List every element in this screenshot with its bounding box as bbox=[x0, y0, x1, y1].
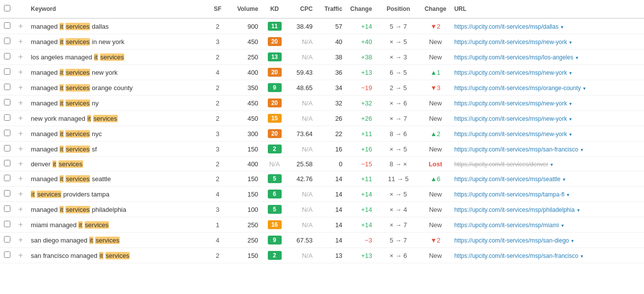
traffic-cell: 0 bbox=[317, 157, 347, 171]
add-keyword-button[interactable]: + bbox=[18, 98, 23, 107]
add-keyword-button[interactable]: + bbox=[18, 37, 23, 46]
url-dropdown-icon[interactable]: ▾ bbox=[568, 101, 572, 106]
cpc-cell: N/A bbox=[287, 96, 317, 111]
row-checkbox[interactable] bbox=[4, 221, 10, 227]
position-cell: × → 3 bbox=[376, 49, 421, 65]
row-checkbox[interactable] bbox=[4, 22, 10, 29]
add-keyword-button[interactable]: + bbox=[18, 22, 23, 30]
add-keyword-button[interactable]: + bbox=[18, 236, 23, 244]
cpc-cell: 38.49 bbox=[287, 18, 317, 34]
url-link[interactable]: https://upcity.com/it-services/msp/tampa… bbox=[454, 191, 565, 198]
url-link[interactable]: https://upcity.com/it-services/msp/new-y… bbox=[454, 100, 567, 107]
url-link[interactable]: https://upcity.com/it-services/msp/new-y… bbox=[454, 69, 567, 76]
url-cell: https://upcity.com/it-services/msp/new-y… bbox=[450, 65, 644, 80]
kd-cell: 5 bbox=[262, 171, 287, 187]
add-keyword-button[interactable]: + bbox=[18, 83, 23, 92]
add-keyword-button[interactable]: + bbox=[18, 129, 23, 138]
row-checkbox-cell bbox=[0, 233, 14, 248]
position-cell: × → 5 bbox=[376, 187, 421, 202]
kd-cell: 15 bbox=[262, 111, 287, 126]
add-keyword-button[interactable]: + bbox=[18, 251, 23, 259]
url-dropdown-icon[interactable]: ▾ bbox=[560, 223, 564, 228]
row-checkbox[interactable] bbox=[4, 130, 10, 136]
url-dropdown-icon[interactable]: ▾ bbox=[579, 147, 583, 152]
url-cell: https://upcity.com/it-services/msp/new-y… bbox=[450, 111, 644, 126]
row-checkbox[interactable] bbox=[4, 38, 10, 44]
url-dropdown-icon[interactable]: ▾ bbox=[565, 192, 569, 197]
url-dropdown-icon[interactable]: ▾ bbox=[559, 24, 563, 30]
row-checkbox[interactable] bbox=[4, 190, 10, 196]
add-keyword-button[interactable]: + bbox=[18, 205, 23, 213]
row-checkbox[interactable] bbox=[4, 251, 10, 258]
url-dropdown-icon[interactable]: ▾ bbox=[568, 70, 572, 76]
url-link[interactable]: https://upcity.com/it-services/msp/new-y… bbox=[454, 39, 567, 46]
header-change-1[interactable]: Change bbox=[347, 0, 376, 18]
url-link[interactable]: https://upcity.com/it-services/msp/seatt… bbox=[454, 176, 561, 183]
keyword-cell: new york managed it services bbox=[27, 111, 207, 126]
table-row: +miami managed it services125016N/A14+14… bbox=[0, 217, 644, 233]
add-keyword-button[interactable]: + bbox=[18, 159, 23, 168]
kd-badge: 2 bbox=[268, 145, 282, 153]
keyword-highlight: services bbox=[65, 38, 90, 46]
url-link[interactable]: https://upcity.com/it-services/msp/new-y… bbox=[454, 131, 567, 138]
position-cell: × → 7 bbox=[376, 217, 421, 233]
url-dropdown-icon[interactable]: ▾ bbox=[579, 253, 583, 259]
add-keyword-button[interactable]: + bbox=[18, 145, 23, 153]
row-checkbox[interactable] bbox=[4, 68, 10, 75]
url-dropdown-icon[interactable]: ▾ bbox=[574, 55, 578, 60]
url-link[interactable]: https://upcity.com/it-services/msp/san-d… bbox=[454, 237, 569, 244]
header-traffic[interactable]: Traffic bbox=[317, 0, 347, 18]
row-checkbox[interactable] bbox=[4, 160, 10, 166]
add-keyword-button[interactable]: + bbox=[18, 190, 23, 198]
add-keyword-button[interactable]: + bbox=[18, 68, 23, 76]
row-checkbox[interactable] bbox=[4, 205, 10, 212]
select-all-checkbox[interactable] bbox=[4, 5, 10, 11]
row-checkbox-cell bbox=[0, 49, 14, 65]
row-checkbox[interactable] bbox=[4, 99, 10, 105]
keyword-cell: managed it services sf bbox=[27, 142, 207, 157]
header-kd[interactable]: KD bbox=[262, 0, 287, 18]
url-link[interactable]: https://upcity.com/it-services/msp/san-f… bbox=[454, 146, 579, 153]
row-checkbox[interactable] bbox=[4, 145, 10, 151]
url-dropdown-icon[interactable]: ▾ bbox=[549, 162, 553, 167]
url-dropdown-icon[interactable]: ▾ bbox=[582, 86, 586, 91]
row-checkbox[interactable] bbox=[4, 236, 10, 243]
url-link[interactable]: https://upcity.com/it-services/msp/miami bbox=[454, 222, 559, 229]
cpc-cell: 48.65 bbox=[287, 80, 317, 96]
url-dropdown-icon[interactable]: ▾ bbox=[576, 207, 580, 213]
header-url[interactable]: URL bbox=[450, 0, 644, 18]
url-link[interactable]: https://upcity.com/it-services/msp/san-f… bbox=[454, 252, 579, 259]
add-keyword-button[interactable]: + bbox=[18, 114, 23, 122]
url-dropdown-icon[interactable]: ▾ bbox=[568, 132, 572, 137]
position-cell: × → 5 bbox=[376, 34, 421, 49]
traffic-cell: 14 bbox=[317, 233, 347, 248]
cpc-cell: N/A bbox=[287, 111, 317, 126]
add-keyword-button[interactable]: + bbox=[18, 174, 23, 183]
url-link[interactable]: https://upcity.com/it-services/msp/dalla… bbox=[454, 23, 559, 30]
row-checkbox[interactable] bbox=[4, 84, 10, 90]
url-dropdown-icon[interactable]: ▾ bbox=[561, 177, 565, 182]
header-position[interactable]: Position bbox=[376, 0, 421, 18]
add-keyword-button[interactable]: + bbox=[18, 52, 23, 61]
url-link[interactable]: https://upcity.com/it-services/msp/new-y… bbox=[454, 115, 567, 122]
url-dropdown-icon[interactable]: ▾ bbox=[570, 238, 574, 244]
kd-cell: 20 bbox=[262, 65, 287, 80]
url-link[interactable]: https://upcity.com/it-services/msp/phila… bbox=[454, 206, 575, 213]
url-link[interactable]: https://upcity.com/it-services/msp/orang… bbox=[454, 85, 581, 92]
header-checkbox[interactable] bbox=[0, 0, 14, 18]
url-dropdown-icon[interactable]: ▾ bbox=[568, 40, 572, 45]
add-keyword-button[interactable]: + bbox=[18, 220, 23, 229]
header-volume[interactable]: Volume bbox=[228, 0, 262, 18]
row-checkbox[interactable] bbox=[4, 53, 10, 59]
header-keyword[interactable]: Keyword bbox=[27, 0, 207, 18]
header-sf[interactable]: SF bbox=[208, 0, 228, 18]
header-cpc[interactable]: CPC bbox=[287, 0, 317, 18]
header-pos-change[interactable]: Change bbox=[421, 0, 450, 18]
url-link[interactable]: https://upcity.com/it-services/msp/los-a… bbox=[454, 54, 574, 61]
url-dropdown-icon[interactable]: ▾ bbox=[568, 116, 572, 122]
table-row: +managed it services dallas29001138.4957… bbox=[0, 18, 644, 34]
row-add-cell: + bbox=[14, 18, 27, 34]
row-checkbox[interactable] bbox=[4, 175, 10, 181]
url-link[interactable]: https://upcity.com/it-services/denver bbox=[454, 161, 548, 168]
row-checkbox[interactable] bbox=[4, 114, 10, 121]
